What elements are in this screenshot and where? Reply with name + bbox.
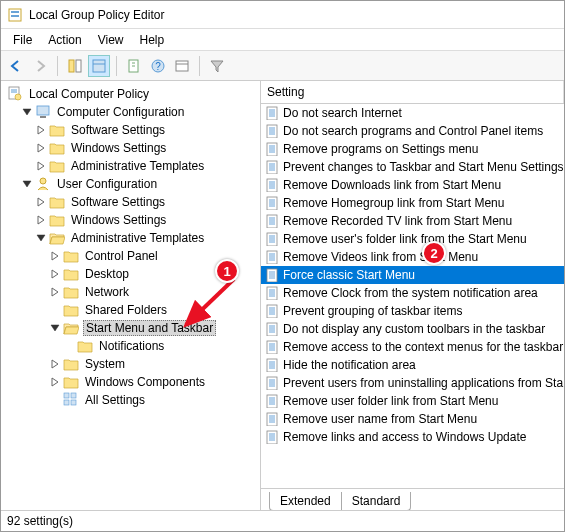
- setting-icon: [265, 124, 279, 138]
- tab-extended[interactable]: Extended: [269, 492, 342, 510]
- list-row-label: Remove user folder link from Start Menu: [283, 394, 498, 408]
- tree-cc-admin-templates[interactable]: Administrative Templates: [35, 157, 260, 175]
- tree-cc-windows-settings[interactable]: Windows Settings: [35, 139, 260, 157]
- list-row[interactable]: Remove user folder link from Start Menu: [261, 392, 564, 410]
- list-row[interactable]: Hide the notification area: [261, 356, 564, 374]
- caret-right-icon[interactable]: [35, 214, 47, 226]
- list-row[interactable]: Do not display any custom toolbars in th…: [261, 320, 564, 338]
- list-row-label: Prevent grouping of taskbar items: [283, 304, 462, 318]
- tree-label: Windows Components: [83, 375, 207, 389]
- tree-system[interactable]: System: [49, 355, 260, 373]
- help-button[interactable]: ?: [147, 55, 169, 77]
- policy-icon: [7, 86, 23, 102]
- list-row[interactable]: Do not search programs and Control Panel…: [261, 122, 564, 140]
- list-row[interactable]: Remove programs on Settings menu: [261, 140, 564, 158]
- caret-right-icon[interactable]: [49, 358, 61, 370]
- tree-root[interactable]: Local Computer Policy: [7, 85, 260, 103]
- setting-icon: [265, 304, 279, 318]
- caret-spacer: [63, 340, 75, 352]
- annotation-badge-2: 2: [422, 241, 446, 265]
- list-row[interactable]: Remove Recorded TV link from Start Menu: [261, 212, 564, 230]
- caret-right-icon[interactable]: [35, 196, 47, 208]
- list-row-label: Remove links and access to Windows Updat…: [283, 430, 526, 444]
- list-row[interactable]: Force classic Start Menu: [261, 266, 564, 284]
- setting-icon: [265, 178, 279, 192]
- list-row-label: Do not search programs and Control Panel…: [283, 124, 543, 138]
- list-row[interactable]: Remove Downloads link from Start Menu: [261, 176, 564, 194]
- properties-button[interactable]: [88, 55, 110, 77]
- list-row[interactable]: Remove Videos link from Start Menu: [261, 248, 564, 266]
- tab-standard[interactable]: Standard: [341, 492, 412, 510]
- caret-right-icon[interactable]: [49, 376, 61, 388]
- caret-right-icon[interactable]: [49, 250, 61, 262]
- export-list-button[interactable]: [123, 55, 145, 77]
- list-row[interactable]: Prevent changes to Taskbar and Start Men…: [261, 158, 564, 176]
- status-bar: 92 setting(s): [1, 510, 564, 530]
- tree-windows-components[interactable]: Windows Components: [49, 373, 260, 391]
- list-row[interactable]: Prevent grouping of taskbar items: [261, 302, 564, 320]
- tabs: Extended Standard: [261, 488, 564, 510]
- folder-icon: [63, 266, 79, 282]
- title-bar: Local Group Policy Editor: [1, 1, 564, 29]
- list-row-label: Do not display any custom toolbars in th…: [283, 322, 545, 336]
- svg-text:?: ?: [155, 61, 161, 72]
- view-button[interactable]: [171, 55, 193, 77]
- list-row[interactable]: Do not search Internet: [261, 104, 564, 122]
- forward-button[interactable]: [29, 55, 51, 77]
- folder-icon: [49, 212, 65, 228]
- tree-computer-configuration[interactable]: Computer Configuration: [21, 103, 260, 121]
- caret-right-icon[interactable]: [35, 142, 47, 154]
- list-row[interactable]: Remove user name from Start Menu: [261, 410, 564, 428]
- tree-uc-windows-settings[interactable]: Windows Settings: [35, 211, 260, 229]
- menu-action[interactable]: Action: [40, 31, 89, 49]
- filter-button[interactable]: [206, 55, 228, 77]
- setting-icon: [265, 340, 279, 354]
- show-hide-tree-button[interactable]: [64, 55, 86, 77]
- svg-rect-19: [76, 60, 81, 72]
- setting-icon: [265, 142, 279, 156]
- list-row[interactable]: Remove access to the context menus for t…: [261, 338, 564, 356]
- tree-all-settings[interactable]: All Settings: [49, 391, 260, 409]
- list-header[interactable]: Setting: [261, 81, 564, 104]
- list-row[interactable]: Remove links and access to Windows Updat…: [261, 428, 564, 446]
- menu-help[interactable]: Help: [132, 31, 173, 49]
- menu-view[interactable]: View: [90, 31, 132, 49]
- list-rows[interactable]: Do not search InternetDo not search prog…: [261, 104, 564, 488]
- annotation-badge-1: 1: [215, 259, 239, 283]
- list-row[interactable]: Remove Clock from the system notificatio…: [261, 284, 564, 302]
- caret-right-icon[interactable]: [49, 286, 61, 298]
- setting-icon: [265, 160, 279, 174]
- list-row[interactable]: Remove Homegroup link from Start Menu: [261, 194, 564, 212]
- window-title: Local Group Policy Editor: [29, 8, 164, 22]
- setting-icon: [265, 106, 279, 120]
- menu-file[interactable]: File: [5, 31, 40, 49]
- toolbar-separator: [116, 56, 117, 76]
- svg-rect-17: [11, 15, 19, 17]
- folder-icon: [63, 374, 79, 390]
- list-row[interactable]: Remove user's folder link from the Start…: [261, 230, 564, 248]
- back-button[interactable]: [5, 55, 27, 77]
- caret-down-icon[interactable]: [21, 178, 33, 190]
- caret-down-icon[interactable]: [35, 232, 47, 244]
- list-row[interactable]: Prevent users from uninstalling applicat…: [261, 374, 564, 392]
- tree-uc-software-settings[interactable]: Software Settings: [35, 193, 260, 211]
- toolbar: ?: [1, 51, 564, 81]
- svg-line-28: [186, 279, 234, 325]
- caret-right-icon[interactable]: [49, 268, 61, 280]
- caret-down-icon[interactable]: [49, 322, 61, 334]
- caret-right-icon[interactable]: [35, 160, 47, 172]
- tree-uc-admin-templates[interactable]: Administrative Templates: [35, 229, 260, 247]
- list-row-label: Prevent changes to Taskbar and Start Men…: [283, 160, 564, 174]
- column-setting[interactable]: Setting: [261, 81, 564, 103]
- folder-open-icon: [63, 320, 79, 336]
- caret-down-icon[interactable]: [21, 106, 33, 118]
- toolbar-separator: [57, 56, 58, 76]
- setting-icon: [265, 232, 279, 246]
- tree-label: Shared Folders: [83, 303, 169, 317]
- caret-right-icon[interactable]: [35, 124, 47, 136]
- svg-rect-20: [93, 60, 105, 72]
- tree-cc-software-settings[interactable]: Software Settings: [35, 121, 260, 139]
- list-row-label: Remove user name from Start Menu: [283, 412, 477, 426]
- setting-icon: [265, 250, 279, 264]
- tree-user-configuration[interactable]: User Configuration: [21, 175, 260, 193]
